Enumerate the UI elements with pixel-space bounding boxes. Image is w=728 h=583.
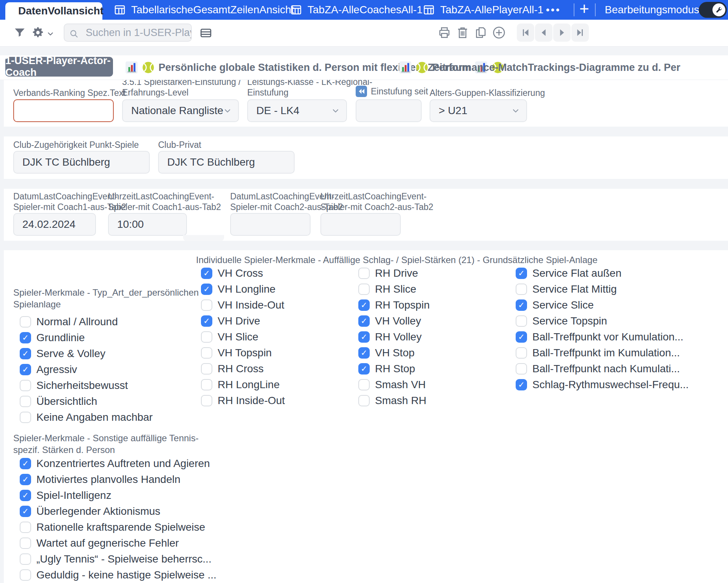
checkbox-item[interactable]: Normal / Allround <box>20 316 153 328</box>
checkbox[interactable] <box>358 299 370 311</box>
tab-tabellarische-ansicht[interactable]: TabellarischeGesamtZeilenAnsicht <box>114 0 294 20</box>
checkbox-item[interactable]: VH Stop <box>358 347 430 359</box>
altersgruppen-select[interactable]: > U21 <box>430 99 527 122</box>
checkbox[interactable] <box>358 284 370 295</box>
checkbox-item[interactable]: VH Topspin <box>201 347 285 359</box>
einstufung-seit-field[interactable] <box>356 99 422 122</box>
add-record-button[interactable] <box>492 26 506 39</box>
checkbox-item[interactable]: Ball-Treffpunkt vor Kumulation... <box>516 331 689 343</box>
checkbox-item[interactable]: Übersichtlich <box>20 396 153 407</box>
tab-alle-coaches[interactable]: TabZA-AlleCoachesAll-1 <box>290 0 422 20</box>
checkbox-item[interactable]: VH Volley <box>358 315 430 327</box>
checkbox-item[interactable]: Motiviertes planvolles Handeln <box>20 474 217 485</box>
checkbox[interactable] <box>201 379 212 390</box>
edit-mode-toggle[interactable] <box>699 2 727 18</box>
nav-first-button[interactable] <box>517 24 534 42</box>
checkbox[interactable] <box>201 299 212 311</box>
checkbox[interactable] <box>20 490 31 501</box>
checkbox-item[interactable]: Smash VH <box>358 379 430 390</box>
checkbox[interactable] <box>20 412 31 423</box>
tab-alle-player[interactable]: TabZA-AllePlayerAll-1 <box>423 0 543 20</box>
checkbox-item[interactable]: Service Flat außen <box>516 268 689 279</box>
checkbox-item[interactable]: VH Cross <box>201 268 285 279</box>
checkbox-item[interactable]: Überlegender Aktionismus <box>20 506 217 517</box>
settings-button[interactable] <box>31 26 45 39</box>
checkbox[interactable] <box>201 284 212 295</box>
datum-coach1-field[interactable]: 24.02.2024 <box>13 213 96 236</box>
checkbox-item[interactable]: Smash RH <box>358 395 430 406</box>
checkbox[interactable] <box>358 363 370 375</box>
checkbox-item[interactable]: Sicherheitsbewusst <box>20 380 153 391</box>
checkbox-item[interactable]: VH Inside-Out <box>201 299 285 311</box>
settings-dropdown-button[interactable] <box>46 30 55 38</box>
checkbox[interactable] <box>20 522 31 533</box>
datum-coach2-field[interactable] <box>230 213 311 236</box>
checkbox[interactable] <box>20 396 31 407</box>
checkbox-item[interactable]: Agressiv <box>20 364 153 375</box>
checkbox-item[interactable]: Ball-Treffpunkt im Kumulation... <box>516 347 689 359</box>
checkbox-item[interactable]: VH Longline <box>201 284 285 295</box>
checkbox-item[interactable]: Ball-Treffpunkt nach Kumulati... <box>516 363 689 375</box>
checkbox[interactable] <box>516 299 527 311</box>
uhrzeit-coach1-field[interactable]: 10:00 <box>108 213 187 236</box>
checkbox[interactable] <box>516 315 527 327</box>
nav-previous-button[interactable] <box>535 24 552 42</box>
club-punktspiele-field[interactable]: DJK TC Büchlberg <box>13 151 150 174</box>
checkbox-item[interactable]: Keine Angaben machbar <box>20 412 153 423</box>
print-button[interactable] <box>438 26 451 39</box>
delete-record-button[interactable] <box>456 26 469 39</box>
checkbox-item[interactable]: Grundlinie <box>20 332 153 343</box>
checkbox[interactable] <box>20 458 31 469</box>
checkbox[interactable] <box>20 506 31 517</box>
checkbox[interactable] <box>20 316 31 328</box>
checkbox[interactable] <box>20 380 31 391</box>
checkbox-item[interactable]: Konzentriertes Auftreten und Agieren <box>20 458 217 469</box>
checkbox-item[interactable]: RH LongLine <box>201 379 285 390</box>
checkbox[interactable] <box>201 395 212 406</box>
checkbox-item[interactable]: RH Topspin <box>358 299 430 311</box>
checkbox[interactable] <box>20 553 31 565</box>
checkbox[interactable] <box>516 331 527 343</box>
checkbox[interactable] <box>201 331 212 343</box>
checkbox[interactable] <box>358 331 370 343</box>
checkbox[interactable] <box>20 332 31 343</box>
checkbox[interactable] <box>20 364 31 375</box>
checkbox-item[interactable]: RH Drive <box>358 268 430 279</box>
view-link-performance[interactable]: Performance-MatchTrackings-Diagramme zu … <box>399 60 680 75</box>
checkbox[interactable] <box>516 379 527 390</box>
checkbox[interactable] <box>516 268 527 279</box>
checkbox[interactable] <box>201 347 212 359</box>
checkbox[interactable] <box>516 347 527 359</box>
checkbox-item[interactable]: Schlag-Rythmuswechsel-Frequ... <box>516 379 689 390</box>
duplicate-record-button[interactable] <box>474 26 488 39</box>
checkbox-item[interactable]: RH Volley <box>358 331 430 343</box>
checkbox-item[interactable]: VH Drive <box>201 315 285 327</box>
club-privat-field[interactable]: DJK TC Büchlberg <box>158 151 295 174</box>
checkbox[interactable] <box>20 569 31 581</box>
checkbox-item[interactable]: Serve & Volley <box>20 348 153 359</box>
table-selector-button[interactable]: 1-USER-Player-Actor-Coach <box>5 57 113 77</box>
nav-next-button[interactable] <box>553 24 571 42</box>
add-tab-button[interactable]: + <box>579 0 589 19</box>
leistungsklasse-select[interactable]: DE - LK4 <box>247 99 347 122</box>
checkbox[interactable] <box>20 348 31 359</box>
checkbox-item[interactable]: Wartet auf gegnerische Fehler <box>20 538 217 549</box>
checkbox-item[interactable]: Service Slice <box>516 299 689 311</box>
checkbox[interactable] <box>201 315 212 327</box>
checkbox[interactable] <box>358 395 370 406</box>
checkbox-item[interactable]: Geduldig - keine hastige Spielweise ... <box>20 569 217 581</box>
checkbox[interactable] <box>516 284 527 295</box>
checkbox[interactable] <box>201 363 212 375</box>
checkbox[interactable] <box>358 268 370 279</box>
checkbox[interactable] <box>358 315 370 327</box>
checkbox[interactable] <box>201 268 212 279</box>
checkbox-item[interactable]: RH Inside-Out <box>201 395 285 406</box>
checkbox-item[interactable]: RH Slice <box>358 284 430 295</box>
more-tabs-button[interactable]: ••• <box>546 0 561 20</box>
checkbox-item[interactable]: Service Flat Mittig <box>516 284 689 295</box>
search-input[interactable] <box>64 24 192 42</box>
checkbox-item[interactable]: RH Cross <box>201 363 285 375</box>
checkbox-item[interactable]: Service Topspin <box>516 315 689 327</box>
checkbox[interactable] <box>358 347 370 359</box>
checkbox-item[interactable]: Rationelle kraftsparende Spielweise <box>20 522 217 533</box>
